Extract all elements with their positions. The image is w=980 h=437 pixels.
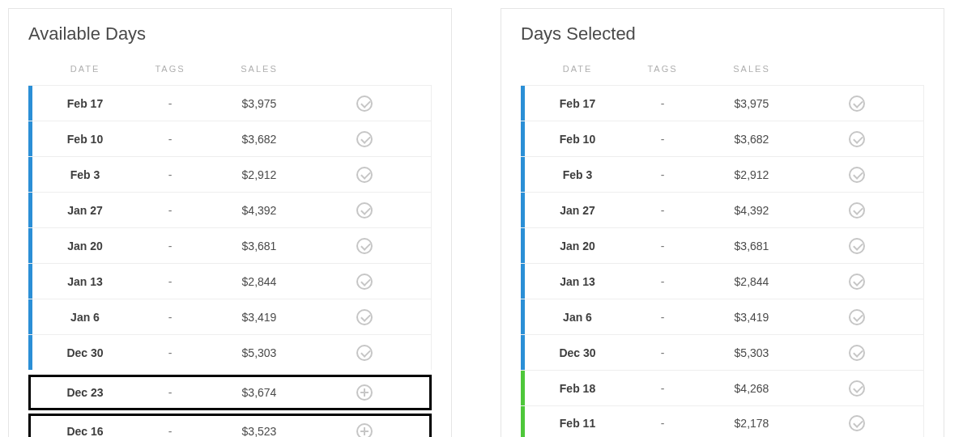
row-action (808, 131, 905, 147)
table-row[interactable]: Feb 3-$2,912 (28, 156, 432, 192)
check-circle-icon[interactable] (849, 131, 865, 147)
row-date: Feb 3 (525, 168, 630, 181)
header-sales[interactable]: SALES (695, 64, 808, 74)
row-sales: $5,303 (202, 346, 316, 359)
row-tags: - (630, 240, 695, 252)
check-circle-icon[interactable] (356, 345, 373, 361)
table-row[interactable]: Dec 16-$3,523 (28, 414, 432, 437)
header-tags[interactable]: TAGS (138, 64, 202, 74)
table-row[interactable]: Feb 18-$4,268 (521, 370, 924, 405)
check-circle-icon[interactable] (849, 380, 865, 397)
table-row[interactable]: Feb 3-$2,912 (521, 156, 924, 192)
days-selected-title: Days Selected (501, 9, 944, 57)
row-date: Dec 30 (525, 346, 630, 359)
header-sales[interactable]: SALES (202, 64, 316, 74)
check-circle-icon[interactable] (356, 131, 373, 147)
row-action (316, 202, 413, 218)
table-row[interactable]: Jan 27-$4,392 (521, 192, 924, 227)
row-date: Jan 6 (525, 311, 630, 324)
row-sales: $2,844 (695, 275, 808, 288)
check-circle-icon[interactable] (849, 95, 865, 112)
row-date: Dec 16 (32, 425, 138, 437)
table-row[interactable]: Jan 27-$4,392 (28, 192, 432, 227)
table-row[interactable]: Feb 17-$3,975 (521, 85, 924, 121)
check-circle-icon[interactable] (849, 238, 865, 254)
row-tags: - (138, 425, 202, 437)
table-row[interactable]: Feb 11-$2,178 (521, 405, 924, 437)
row-sales: $2,178 (695, 417, 808, 430)
table-row[interactable]: Feb 10-$3,682 (28, 121, 432, 156)
days-selected-rows: Feb 17-$3,975Feb 10-$3,682Feb 3-$2,912Ja… (521, 85, 924, 437)
row-action (808, 274, 905, 290)
row-action (316, 423, 413, 437)
row-tags: - (138, 386, 202, 399)
plus-circle-icon[interactable] (356, 384, 373, 401)
row-action (808, 167, 905, 183)
table-row[interactable]: Jan 6-$3,419 (28, 299, 432, 334)
header-date[interactable]: DATE (32, 64, 138, 74)
check-circle-icon[interactable] (356, 274, 373, 290)
row-action (808, 345, 905, 361)
row-sales: $3,682 (695, 133, 808, 146)
check-circle-icon[interactable] (849, 309, 865, 325)
row-sales: $5,303 (695, 346, 808, 359)
row-action (316, 238, 413, 254)
table-row[interactable]: Jan 13-$2,844 (28, 263, 432, 299)
row-sales: $4,392 (695, 204, 808, 217)
table-row[interactable]: Dec 30-$5,303 (521, 334, 924, 370)
row-sales: $2,912 (202, 168, 316, 181)
plus-circle-icon[interactable] (356, 423, 373, 437)
header-date[interactable]: DATE (525, 64, 630, 74)
available-days-header-row: DATE TAGS SALES (28, 57, 432, 85)
check-circle-icon[interactable] (849, 202, 865, 218)
row-tags: - (138, 311, 202, 324)
row-action (808, 238, 905, 254)
row-date: Feb 17 (525, 97, 630, 110)
row-tags: - (630, 133, 695, 146)
row-date: Feb 18 (525, 382, 630, 395)
check-circle-icon[interactable] (356, 202, 373, 218)
row-tags: - (138, 275, 202, 288)
row-tags: - (138, 204, 202, 217)
row-action (316, 274, 413, 290)
row-action (808, 415, 905, 431)
table-row[interactable]: Feb 10-$3,682 (521, 121, 924, 156)
check-circle-icon[interactable] (849, 415, 865, 431)
check-circle-icon[interactable] (849, 345, 865, 361)
row-date: Jan 20 (525, 240, 630, 252)
row-date: Jan 6 (32, 311, 138, 324)
row-action (316, 309, 413, 325)
row-action (316, 95, 413, 112)
row-sales: $2,912 (695, 168, 808, 181)
row-sales: $3,681 (695, 240, 808, 252)
row-sales: $2,844 (202, 275, 316, 288)
row-sales: $3,419 (695, 311, 808, 324)
row-tags: - (138, 240, 202, 252)
table-row[interactable]: Jan 6-$3,419 (521, 299, 924, 334)
table-row[interactable]: Feb 17-$3,975 (28, 85, 432, 121)
available-days-title: Available Days (9, 9, 451, 57)
table-row[interactable]: Jan 20-$3,681 (521, 227, 924, 263)
row-tags: - (630, 204, 695, 217)
row-sales: $3,975 (202, 97, 316, 110)
check-circle-icon[interactable] (356, 95, 373, 112)
table-row[interactable]: Jan 20-$3,681 (28, 227, 432, 263)
days-selected-header-row: DATE TAGS SALES (521, 57, 924, 85)
table-row[interactable]: Jan 13-$2,844 (521, 263, 924, 299)
row-action (316, 131, 413, 147)
header-tags[interactable]: TAGS (630, 64, 695, 74)
check-circle-icon[interactable] (356, 238, 373, 254)
check-circle-icon[interactable] (356, 167, 373, 183)
row-tags: - (630, 97, 695, 110)
row-sales: $3,419 (202, 311, 316, 324)
check-circle-icon[interactable] (849, 167, 865, 183)
row-date: Feb 10 (525, 133, 630, 146)
row-date: Dec 30 (32, 346, 138, 359)
row-sales: $3,975 (695, 97, 808, 110)
row-action (808, 202, 905, 218)
table-row[interactable]: Dec 30-$5,303 (28, 334, 432, 370)
table-row[interactable]: Dec 23-$3,674 (28, 375, 432, 410)
row-date: Jan 20 (32, 240, 138, 252)
check-circle-icon[interactable] (356, 309, 373, 325)
check-circle-icon[interactable] (849, 274, 865, 290)
